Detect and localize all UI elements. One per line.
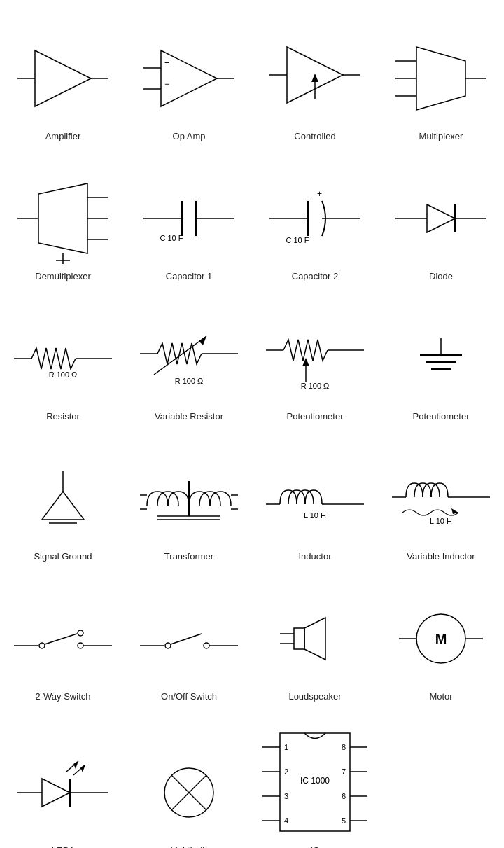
cell-diode: Diode: [378, 147, 504, 287]
svg-text:R 100 Ω: R 100 Ω: [49, 370, 78, 379]
cell-multiplexer: Multiplexer: [378, 7, 504, 147]
svg-marker-19: [38, 183, 88, 253]
label-led1: LED1: [52, 845, 75, 848]
cell-resistor: R 100 Ω Resistor: [0, 287, 126, 427]
svg-text:−: −: [164, 79, 169, 89]
svg-text:L 10 H: L 10 H: [430, 517, 452, 525]
label-potentiometer: Potentiometer: [287, 411, 344, 422]
svg-text:7: 7: [342, 767, 346, 776]
cell-controlled: Controlled: [252, 7, 378, 147]
svg-marker-13: [312, 74, 318, 82]
svg-marker-98: [80, 765, 85, 772]
cell-signal-ground: Signal Ground: [0, 427, 126, 567]
cell-lightbulb: Lightbulb: [126, 707, 252, 848]
svg-marker-37: [427, 204, 455, 232]
label-capacitor1: Capacitor 1: [166, 271, 212, 281]
svg-marker-94: [42, 779, 70, 807]
svg-point-75: [39, 643, 45, 648]
svg-text:8: 8: [342, 743, 346, 751]
svg-text:1: 1: [284, 743, 288, 751]
label-transformer: Transformer: [164, 551, 214, 562]
label-controlled: Controlled: [294, 131, 335, 141]
svg-text:M: M: [435, 631, 447, 646]
svg-text:2: 2: [284, 767, 288, 776]
cell-switch-onoff: On/Off Switch: [126, 567, 252, 707]
label-variable-inductor: Variable Inductor: [407, 551, 475, 562]
cell-variable-inductor: L 10 H Variable Inductor: [378, 427, 504, 567]
svg-line-82: [171, 634, 202, 644]
label-lightbulb: Lightbulb: [171, 845, 208, 848]
svg-marker-46: [199, 336, 206, 345]
label-resistor: Resistor: [46, 411, 80, 422]
cell-capacitor2: + C 10 F Capacitor 2: [252, 147, 378, 287]
svg-point-81: [165, 643, 171, 648]
svg-point-83: [204, 643, 209, 648]
cell-potentiometer: R 100 Ω Potentiometer: [252, 287, 378, 427]
cell-motor: M Motor: [378, 567, 504, 707]
label-multiplexer: Multiplexer: [419, 131, 463, 141]
svg-line-76: [45, 634, 77, 644]
svg-text:3: 3: [284, 792, 288, 800]
label-capacitor2: Capacitor 2: [292, 271, 338, 281]
svg-text:R 100 Ω: R 100 Ω: [175, 377, 204, 385]
svg-marker-100: [74, 761, 78, 769]
svg-text:C 10 F: C 10 F: [160, 234, 183, 242]
label-amplifier: Amplifier: [46, 131, 81, 141]
cell-capacitor1: C 10 F Capacitor 1: [126, 147, 252, 287]
label-signal-ground: Signal Ground: [34, 551, 92, 562]
svg-text:C 10 F: C 10 F: [286, 236, 309, 244]
label-loudspeaker: Loudspeaker: [288, 691, 341, 702]
cell-loudspeaker: Loudspeaker: [252, 567, 378, 707]
cell-demultiplexer: Demultiplexer: [0, 147, 126, 287]
svg-marker-58: [42, 492, 84, 520]
cell-amplifier: Amplifier: [0, 7, 126, 147]
label-demultiplexer: Demultiplexer: [35, 271, 90, 281]
svg-text:+: +: [317, 189, 322, 199]
svg-marker-88: [304, 618, 326, 660]
svg-point-78: [78, 643, 83, 648]
svg-marker-14: [416, 47, 465, 110]
cell-op-amp: + − Op Amp: [126, 7, 252, 147]
svg-text:5: 5: [342, 816, 346, 825]
cell-inductor: L 10 H Inductor: [252, 427, 378, 567]
cell-led1: LED1: [0, 707, 126, 848]
label-switch-2way: 2-Way Switch: [36, 691, 91, 702]
svg-text:6: 6: [342, 792, 346, 800]
label-switch-onoff: On/Off Switch: [161, 691, 217, 702]
label-variable-resistor: Variable Resistor: [155, 411, 223, 422]
svg-marker-1: [35, 50, 91, 106]
svg-text:4: 4: [284, 816, 288, 825]
svg-text:R 100 Ω: R 100 Ω: [301, 382, 330, 390]
cell-switch-2way: 2-Way Switch: [0, 567, 126, 707]
label-ic: IC: [311, 845, 320, 848]
svg-rect-87: [294, 628, 304, 649]
cell-variable-resistor: R 100 Ω Variable Resistor: [126, 287, 252, 427]
svg-point-77: [78, 630, 83, 636]
label-diode: Diode: [429, 271, 453, 281]
label-inductor: Inductor: [299, 551, 332, 562]
svg-line-45: [154, 336, 206, 375]
svg-text:L 10 H: L 10 H: [304, 511, 326, 520]
cell-potentiometer2: Potentiometer: [378, 287, 504, 427]
cell-transformer: Transformer: [126, 427, 252, 567]
svg-text:+: +: [164, 58, 169, 68]
svg-text:IC 1000: IC 1000: [300, 776, 330, 786]
cell-ic: 1 2 3 4 8 7 6 5 IC 1000 IC: [252, 707, 378, 848]
label-potentiometer2: Potentiometer: [413, 411, 470, 422]
label-op-amp: Op Amp: [173, 131, 206, 141]
cell-empty: [378, 707, 504, 848]
component-grid: Amplifier + − Op Amp: [0, 0, 504, 848]
label-motor: Motor: [429, 691, 452, 702]
